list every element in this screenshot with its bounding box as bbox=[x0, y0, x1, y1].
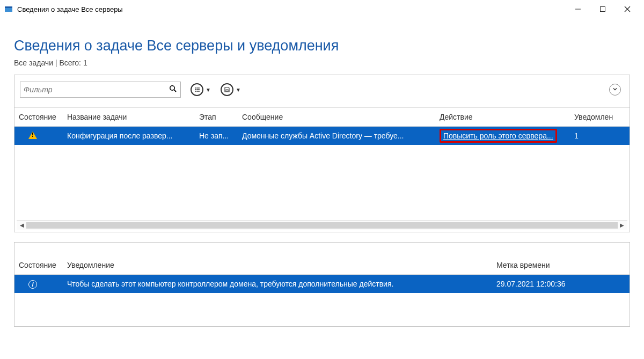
col-action[interactable]: Действие bbox=[435, 113, 570, 121]
task-notif-count-cell: 1 bbox=[570, 131, 624, 140]
chevron-down-icon bbox=[612, 86, 618, 93]
notification-timestamp-cell: 29.07.2021 12:00:36 bbox=[492, 280, 621, 288]
minimize-button[interactable] bbox=[566, 1, 590, 17]
tasks-column-headers: Состояние Название задачи Этап Сообщение… bbox=[14, 107, 630, 127]
scroll-left-icon[interactable]: ◀ bbox=[20, 222, 24, 228]
app-icon bbox=[4, 5, 13, 13]
save-icon bbox=[221, 83, 233, 96]
list-icon bbox=[191, 83, 203, 96]
save-options-button[interactable]: ▼ bbox=[221, 83, 241, 96]
search-icon[interactable] bbox=[169, 85, 177, 94]
svg-point-10 bbox=[195, 89, 196, 90]
col-notification[interactable]: Уведомление bbox=[63, 261, 492, 269]
task-message-cell: Доменные службы Active Directory — требу… bbox=[238, 131, 435, 140]
titlebar: Сведения о задаче Все серверы bbox=[0, 0, 644, 18]
svg-rect-13 bbox=[196, 91, 200, 91]
col-stage[interactable]: Этап bbox=[195, 113, 238, 121]
close-button[interactable] bbox=[615, 1, 640, 17]
svg-point-12 bbox=[195, 91, 196, 92]
col-message[interactable]: Сообщение bbox=[238, 113, 435, 121]
col-task-name[interactable]: Название задачи bbox=[63, 113, 195, 121]
svg-rect-3 bbox=[601, 7, 605, 12]
col-timestamp[interactable]: Метка времени bbox=[492, 261, 621, 269]
promote-server-link[interactable]: Повысить роль этого сервера... bbox=[440, 129, 557, 143]
filter-input[interactable] bbox=[24, 85, 169, 94]
col-state[interactable]: Состояние bbox=[14, 113, 63, 121]
svg-rect-1 bbox=[5, 6, 12, 8]
svg-rect-14 bbox=[226, 90, 228, 91]
expand-button[interactable] bbox=[609, 84, 621, 96]
window-controls bbox=[566, 1, 640, 17]
notifications-column-headers: Состояние Уведомление Метка времени bbox=[14, 255, 630, 275]
scroll-track[interactable] bbox=[26, 222, 618, 229]
notification-text-cell: Чтобы сделать этот компьютер контроллеро… bbox=[63, 280, 492, 288]
horizontal-scrollbar[interactable]: ◀ ▶ bbox=[17, 220, 627, 230]
maximize-button[interactable] bbox=[590, 1, 615, 17]
notifications-panel: Состояние Уведомление Метка времени i Чт… bbox=[14, 242, 630, 327]
tasks-panel: ▼ ▼ Состояние Название задачи Этап Сообщ… bbox=[14, 75, 630, 232]
chevron-down-icon: ▼ bbox=[236, 87, 241, 93]
task-name-cell: Конфигурация после развер... bbox=[63, 131, 195, 140]
filter-field[interactable] bbox=[20, 82, 181, 98]
task-row[interactable]: Конфигурация после развер... Не зап... Д… bbox=[14, 127, 630, 145]
warning-icon bbox=[28, 131, 37, 139]
svg-line-7 bbox=[174, 90, 176, 92]
info-icon: i bbox=[28, 280, 37, 289]
svg-rect-11 bbox=[196, 89, 200, 90]
col-notifications[interactable]: Уведомлен bbox=[570, 113, 624, 121]
svg-rect-9 bbox=[196, 87, 200, 88]
window-title: Сведения о задаче Все серверы bbox=[17, 5, 123, 13]
chevron-down-icon: ▼ bbox=[206, 87, 211, 93]
notification-row[interactable]: i Чтобы сделать этот компьютер контролле… bbox=[14, 275, 630, 293]
col-state[interactable]: Состояние bbox=[14, 261, 63, 269]
scroll-right-icon[interactable]: ▶ bbox=[620, 222, 624, 228]
view-options-button[interactable]: ▼ bbox=[191, 83, 211, 96]
toolbar: ▼ ▼ bbox=[14, 75, 630, 100]
svg-point-8 bbox=[195, 87, 196, 89]
page-title: Сведения о задаче Все серверы и уведомле… bbox=[14, 38, 630, 54]
page-subtitle: Все задачи | Всего: 1 bbox=[14, 58, 630, 67]
svg-point-6 bbox=[170, 86, 174, 90]
task-stage-cell: Не зап... bbox=[195, 131, 238, 140]
